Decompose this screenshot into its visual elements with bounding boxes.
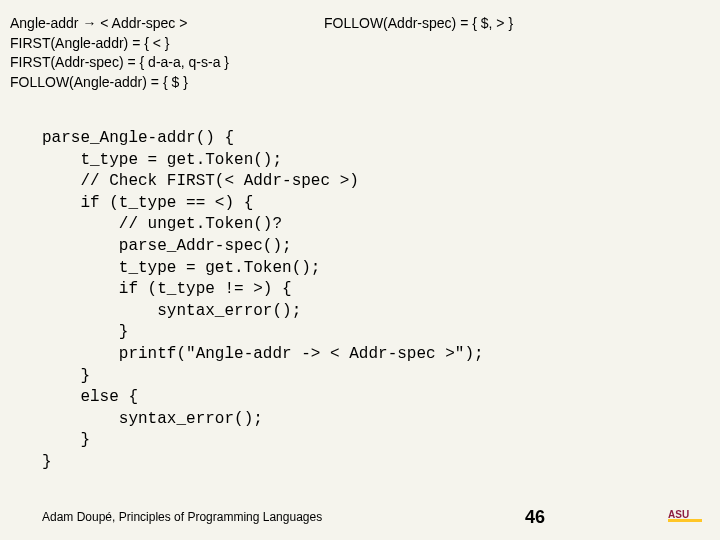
code-block: parse_Angle-addr() { t_type = get.Token(…	[42, 128, 484, 474]
asu-logo-icon: ASU	[668, 508, 702, 526]
first-addr-spec: FIRST(Addr-spec) = { d-a-a, q-s-a }	[10, 53, 229, 73]
first-angle-addr: FIRST(Angle-addr) = { < }	[10, 34, 229, 54]
follow-addr-spec: FOLLOW(Addr-spec) = { $, > }	[324, 14, 513, 34]
grammar-rule: Angle-addr → < Addr-spec >	[10, 14, 229, 34]
page-number: 46	[525, 507, 545, 528]
svg-text:ASU: ASU	[668, 509, 689, 520]
slide: Angle-addr → < Addr-spec > FIRST(Angle-a…	[0, 0, 720, 540]
follow-angle-addr: FOLLOW(Angle-addr) = { $ }	[10, 73, 229, 93]
footer-text: Adam Doupé, Principles of Programming La…	[42, 510, 322, 524]
grammar-block: Angle-addr → < Addr-spec > FIRST(Angle-a…	[10, 14, 229, 92]
